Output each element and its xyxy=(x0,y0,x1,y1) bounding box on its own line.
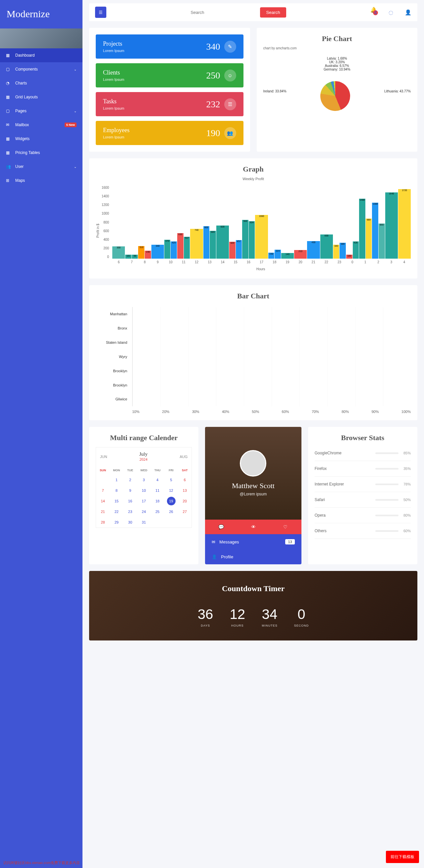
nav-label: Dashboard xyxy=(15,53,77,58)
browser-pct: 60% xyxy=(403,529,411,533)
pie-label: UK: 3.20% xyxy=(263,60,411,64)
calendar-day[interactable]: 25 xyxy=(151,506,164,517)
search-button[interactable]: Search xyxy=(260,7,286,18)
calendar-month: July xyxy=(139,452,147,457)
calendar-day[interactable]: 4 xyxy=(151,474,164,485)
profile-menu-profile[interactable]: 👤Profile xyxy=(205,550,301,564)
calendar-day[interactable]: 5 xyxy=(164,474,178,485)
nav-label: Grid Layouts xyxy=(15,95,77,99)
pie-chart-visual xyxy=(320,81,350,111)
nav-icon: ▦ xyxy=(6,53,10,58)
calendar-day[interactable]: 20 xyxy=(178,496,191,506)
calendar-day[interactable]: 19 xyxy=(167,497,176,505)
download-template-button[interactable]: 前往下载模板 xyxy=(386,851,419,863)
calendar-next-button[interactable]: AUG xyxy=(180,455,187,459)
browser-stats-card: Browser Stats GoogleChrome85%Firefox35%I… xyxy=(308,427,417,564)
calendar-day[interactable]: 15 xyxy=(110,496,123,506)
menu-count: 13 xyxy=(285,539,295,545)
calendar-day[interactable]: 27 xyxy=(178,506,191,517)
nav-label: Pages xyxy=(15,108,69,113)
user-icon[interactable]: 👤 xyxy=(405,9,412,16)
notifications-icon[interactable]: 🔔4 xyxy=(370,7,377,18)
sidebar-item-components[interactable]: ▢Components⌄ xyxy=(0,62,83,76)
stat-value: 190 xyxy=(206,128,220,138)
stat-card-projects[interactable]: ProjectsLorem Ipsum340✎ xyxy=(96,34,243,59)
bar-category: Manhattan xyxy=(96,312,127,316)
calendar-day[interactable]: 12 xyxy=(164,485,178,496)
search-input[interactable] xyxy=(190,10,257,15)
nav-label: Mailbox xyxy=(15,123,60,127)
calendar-day[interactable]: 18 xyxy=(151,496,164,506)
sidebar-item-grid-layouts[interactable]: ▦Grid Layouts xyxy=(0,90,83,104)
calendar-day[interactable]: 9 xyxy=(123,485,137,496)
countdown-value: 12 xyxy=(230,607,245,622)
calendar-day[interactable]: 11 xyxy=(151,485,164,496)
stat-card-clients[interactable]: ClientsLorem Ipsum250☺ xyxy=(96,63,243,87)
calendar-day[interactable]: 3 xyxy=(137,474,151,485)
calendar-day[interactable]: 7 xyxy=(96,485,110,496)
calendar-day[interactable]: 23 xyxy=(123,506,137,517)
stat-card-tasks[interactable]: TasksLorem Ipsum232☰ xyxy=(96,92,243,116)
calendar-day[interactable]: 17 xyxy=(137,496,151,506)
sidebar-item-pricing-tables[interactable]: ▦Pricing Tables xyxy=(0,146,83,160)
menu-toggle-button[interactable]: ☰ xyxy=(95,7,106,18)
calendar-day[interactable]: 8 xyxy=(110,485,123,496)
calendar-day[interactable]: 31 xyxy=(137,517,151,528)
calendar-prev-button[interactable]: JUN xyxy=(100,455,107,459)
bar-category: Brooklyn xyxy=(96,383,127,387)
bar-category: Bronx xyxy=(96,326,127,330)
profile-card: Matthew Scott @Lorem ipsum 💬 👁 ♡ ✉Messag… xyxy=(205,427,301,564)
calendar-day[interactable]: 1 xyxy=(110,474,123,485)
avatar xyxy=(240,450,266,476)
nav-icon: ▢ xyxy=(6,108,10,113)
view-icon[interactable]: 👁 xyxy=(237,520,269,534)
sidebar-item-mailbox[interactable]: ✉Mailbox5 New xyxy=(0,118,83,132)
sidebar-item-user[interactable]: 👥User⌄ xyxy=(0,160,83,174)
calendar-day[interactable]: 28 xyxy=(96,517,110,528)
calendar-day[interactable]: 26 xyxy=(164,506,178,517)
stat-card-employees[interactable]: EmployeesLorem Ipsum190👥 xyxy=(96,121,243,145)
nav-icon: ✉ xyxy=(6,123,10,127)
bar: 389 xyxy=(339,243,346,259)
pie-label: Ireland: 33.84% xyxy=(263,89,286,93)
calendar-day[interactable]: 10 xyxy=(137,485,151,496)
heart-icon[interactable]: ♡ xyxy=(269,520,301,534)
bar-chart-grid xyxy=(132,307,411,406)
bar: 457 xyxy=(236,240,242,259)
bar: 470 xyxy=(164,240,171,259)
bar: 924 xyxy=(249,221,255,259)
bar: 960 xyxy=(242,220,248,259)
sidebar-item-maps[interactable]: ⊞Maps xyxy=(0,174,83,187)
loading-icon[interactable]: ◌ xyxy=(389,9,393,16)
bar: 340 xyxy=(151,245,164,259)
sidebar-item-pages[interactable]: ▢Pages⌄ xyxy=(0,104,83,118)
sidebar-item-dashboard[interactable]: ▦Dashboard xyxy=(0,48,83,62)
calendar-day[interactable]: 30 xyxy=(123,517,137,528)
calendar-day[interactable]: 29 xyxy=(110,517,123,528)
profile-menu-messages[interactable]: ✉Messages13 xyxy=(205,534,301,550)
calendar-day[interactable]: 6 xyxy=(178,474,191,485)
chat-icon[interactable]: 💬 xyxy=(205,520,237,534)
calendar-day[interactable]: 21 xyxy=(96,506,110,517)
calendar-day[interactable]: 22 xyxy=(110,506,123,517)
nav-label: User xyxy=(15,164,69,169)
calendar-day[interactable]: 16 xyxy=(123,496,137,506)
chart-credit: chart by amcharts.com xyxy=(263,46,411,50)
browser-pct: 78% xyxy=(403,482,411,486)
sidebar-item-charts[interactable]: ◔Charts xyxy=(0,76,83,90)
bar: 537 xyxy=(184,237,190,259)
calendar-day[interactable]: 13 xyxy=(178,485,191,496)
nav-label: Widgets xyxy=(15,136,77,141)
stat-subtitle: Lorem Ipsum xyxy=(103,135,129,139)
sidebar-item-widgets[interactable]: ▦Widgets xyxy=(0,132,83,146)
browser-row: Safari50% xyxy=(315,492,411,508)
sidebar: Modernize ▦Dashboard▢Components⌄◔Charts▦… xyxy=(0,0,83,868)
stat-title: Clients xyxy=(103,69,124,76)
x-axis-label: Hours xyxy=(111,267,411,271)
bar-chart-card: Bar Chart ManhattanBronxStaten IslandWyr… xyxy=(89,285,417,420)
calendar-day[interactable]: 14 xyxy=(96,496,110,506)
bar-category: Brooklyn xyxy=(96,369,127,373)
calendar-day[interactable]: 24 xyxy=(137,506,151,517)
bar: 198 xyxy=(145,251,151,259)
calendar-day[interactable]: 2 xyxy=(123,474,137,485)
